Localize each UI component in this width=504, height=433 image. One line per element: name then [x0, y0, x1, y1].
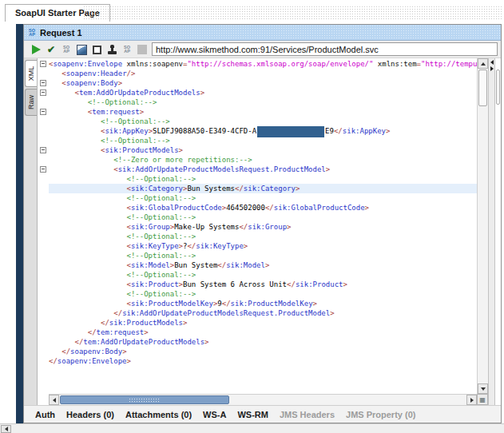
xml-token: sik:Category	[244, 185, 296, 193]
xml-token: sik:AddOrUpdateProductModelsRequest.Prod…	[122, 309, 330, 317]
xml-token: sik:Model	[131, 261, 170, 269]
xml-line: <!--Optional:-->	[49, 232, 477, 241]
xml-token: <!--Optional:-->	[49, 98, 157, 106]
request-editor: XMLRaw <soapenv:Envelope xmlns:soapenv="…	[24, 58, 501, 405]
fold-margin	[38, 58, 49, 394]
desktop-scroll-left-button[interactable]	[1, 425, 11, 433]
xml-token: <!--Optional:-->	[49, 271, 196, 279]
xml-token: tem:request	[92, 108, 140, 116]
xml-editor[interactable]: <soapenv:Envelope xmlns:soapenv="http://…	[49, 58, 477, 394]
xml-token: Bun System 6 Across Unit	[183, 280, 287, 288]
xml-token: >	[386, 127, 390, 135]
xml-token: />	[127, 70, 136, 77]
request-inspector-tabs: AuthHeaders (0)Attachments (0)WS-AWS-RMJ…	[24, 405, 501, 423]
xml-token: <	[49, 70, 66, 77]
split-divider[interactable]	[488, 58, 495, 405]
add-to-testcase-button[interactable]: ✔	[45, 43, 58, 56]
collapse-left-icon[interactable]	[490, 60, 494, 65]
xml-line: </sik:AddOrUpdateProductModelsRequest.Pr…	[49, 308, 477, 318]
xml-token: >	[183, 319, 187, 327]
endpoint-url-input[interactable]	[152, 42, 498, 56]
inspector-tab-attachments-0[interactable]: Attachments (0)	[125, 410, 192, 419]
xml-token: sik:ProductModelKey	[231, 300, 313, 308]
horizontal-scrollbar[interactable]	[49, 394, 477, 405]
fold-toggle-icon[interactable]	[40, 61, 46, 67]
xml-token: sik:AddOrUpdateProductModelsRequest.Prod…	[118, 165, 326, 173]
xml-line: <soapenv:Header/>	[49, 69, 477, 78]
xml-token: <	[49, 108, 92, 116]
horizontal-scroll-thumb[interactable]	[60, 395, 229, 404]
recreate-request-button[interactable]	[105, 43, 118, 56]
submit-request-button[interactable]	[30, 43, 42, 56]
xml-token: <!--Optional:-->	[49, 232, 196, 240]
arrow-up-icon	[481, 62, 486, 66]
xml-token: E9	[325, 127, 334, 135]
xml-token: xmlns:tem	[373, 60, 416, 68]
xml-token: <!--Optional:-->	[49, 137, 170, 145]
xml-token: <	[49, 204, 131, 212]
inspector-tab-auth[interactable]: Auth	[35, 410, 55, 419]
inspector-tab-jms-headers: JMS Headers	[280, 410, 335, 419]
scroll-grip	[129, 398, 161, 402]
xml-token: soapenv:Envelope	[53, 60, 122, 68]
vertical-scrollbar[interactable]	[477, 58, 488, 394]
xml-token: sik:Category	[131, 185, 183, 193]
xml-token: </	[217, 261, 226, 269]
desktop-bottom-scrollbar[interactable]	[0, 423, 504, 433]
xml-token: >	[287, 223, 291, 231]
scroll-left-button[interactable]	[49, 395, 59, 405]
xml-token: >	[313, 300, 317, 308]
arrow-left-icon	[5, 427, 8, 431]
editor-tab-raw[interactable]: Raw	[25, 89, 37, 116]
xml-token: <!--Zero or more repetitions:-->	[49, 156, 252, 164]
xml-line: <!--Optional:-->	[49, 289, 477, 299]
add-to-mockservice-button[interactable]	[75, 43, 88, 56]
xml-token: <	[49, 146, 105, 154]
request-window-titlebar[interactable]: SO AP Request 1	[24, 25, 501, 41]
xml-token: sik:AppKey	[343, 127, 386, 135]
xml-token: <	[49, 79, 66, 87]
xml-line: <sik:Model>Bun System</sik:Model>	[49, 260, 477, 270]
fold-toggle-icon[interactable]	[40, 89, 46, 96]
create-empty-request-button[interactable]	[90, 43, 103, 56]
xml-line: <sik:Group>Make-Up Systems</sik:Group>	[49, 222, 477, 232]
arrow-left-icon	[53, 398, 56, 403]
xml-token: 464502000	[226, 204, 265, 212]
soap-icon-text-bottom: AP	[29, 33, 35, 37]
xml-line: <sik:GlobalProductCode>464502000</sik:Gl…	[49, 203, 477, 213]
fold-toggle-icon[interactable]	[40, 147, 46, 153]
vertical-scroll-thumb[interactable]	[478, 70, 487, 106]
soap-action-button-1[interactable]: SOAP	[60, 43, 73, 56]
fold-toggle-icon[interactable]	[40, 80, 46, 86]
xml-line: <sik:ProductModels>	[49, 145, 477, 155]
editor-tab-xml[interactable]: XML	[25, 60, 37, 87]
editor-corner-button[interactable]: ▦	[477, 394, 488, 405]
xml-token: <	[49, 223, 131, 231]
response-scroll-thumb[interactable]	[496, 70, 500, 105]
inspector-tab-headers-0[interactable]: Headers (0)	[66, 410, 114, 419]
scroll-down-button[interactable]	[478, 383, 488, 394]
xml-token: <	[49, 261, 131, 269]
inspector-tab-ws-a[interactable]: WS-A	[203, 410, 226, 419]
request-toolbar: ✔ SOAP SOAP	[24, 41, 501, 58]
xml-line: </tem:request>	[49, 328, 477, 337]
xml-token: >	[144, 328, 148, 336]
xml-token: >	[326, 165, 330, 173]
fold-toggle-icon[interactable]	[40, 166, 46, 173]
xml-token: </	[287, 280, 296, 288]
request-window: SO AP Request 1 ✔ SOAP SOAP	[23, 24, 502, 423]
xml-line: <sik:KeyType>?</sik:KeyType>	[49, 241, 477, 251]
xml-token: <!--Optional:-->	[49, 175, 196, 183]
xml-token: </	[49, 338, 83, 346]
collapse-right-icon[interactable]	[490, 66, 494, 71]
xml-token: >	[140, 108, 144, 116]
scroll-up-button[interactable]	[478, 58, 488, 69]
inspector-tab-ws-rm[interactable]: WS-RM	[237, 410, 268, 419]
xml-token: </	[49, 348, 70, 356]
xml-line: <!--Optional:-->	[49, 117, 477, 126]
editor-tab-label: XML	[27, 66, 35, 81]
soapui-app: SoapUI Starter Page SO AP Request 1 ✔ SO…	[0, 0, 504, 433]
scroll-right-button[interactable]	[466, 395, 477, 405]
soap-action-button-2[interactable]: SOAP	[121, 43, 133, 56]
fold-toggle-icon[interactable]	[40, 109, 46, 115]
